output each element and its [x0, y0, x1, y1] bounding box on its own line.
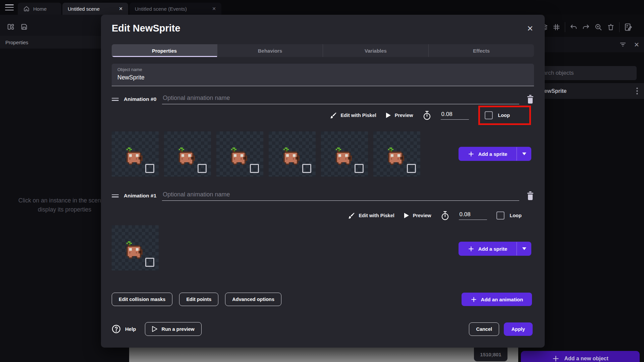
- sprite-frame-thumbnail[interactable]: [112, 225, 159, 270]
- close-tab-icon[interactable]: ✕: [212, 6, 216, 11]
- play-icon: [404, 213, 409, 219]
- animation-name-input[interactable]: [162, 191, 519, 201]
- main-menu-icon[interactable]: [5, 4, 14, 10]
- sprite-frame-thumbnail[interactable]: [373, 131, 420, 177]
- frame-select-checkbox[interactable]: [407, 164, 416, 173]
- sprite-frame-thumbnail[interactable]: [112, 131, 159, 177]
- sprite-frame-thumbnail[interactable]: [321, 131, 368, 177]
- edit-points-button[interactable]: Edit points: [179, 293, 218, 306]
- edit-collision-masks-button[interactable]: Edit collision masks: [112, 293, 172, 306]
- tab-home-label: Home: [33, 6, 47, 12]
- loop-control: Loop: [496, 212, 522, 220]
- animation-name-input[interactable]: [162, 95, 519, 104]
- time-between-frames-input[interactable]: [459, 211, 487, 220]
- add-new-object-button[interactable]: Add a new object: [521, 351, 640, 362]
- dialog-footer: Help Run a preview Cancel Apply: [112, 322, 533, 336]
- add-sprite-dropdown-button[interactable]: [517, 242, 531, 256]
- chevron-down-icon: [522, 153, 526, 155]
- animation-0-controls: Edit with Piskel Preview Loop: [330, 106, 531, 125]
- tab-events-label: Untitled scene (Events): [135, 6, 187, 12]
- tab-effects[interactable]: Effects: [429, 44, 534, 57]
- plus-icon: [468, 151, 474, 157]
- pig-sprite-art: [177, 147, 195, 165]
- delete-animation-icon[interactable]: [527, 191, 534, 200]
- close-panel-icon[interactable]: ✕: [634, 41, 639, 49]
- trash-icon[interactable]: [607, 23, 615, 31]
- animation-0-frames: [112, 131, 420, 177]
- filter-icon[interactable]: [619, 41, 627, 48]
- pig-sprite-art: [334, 147, 352, 165]
- scene-canvas[interactable]: [129, 348, 518, 362]
- top-bar: Home Untitled scene ✕ Untitled scene (Ev…: [0, 0, 644, 15]
- edit-with-piskel-button[interactable]: Edit with Piskel: [348, 212, 394, 219]
- chevron-down-icon: [522, 247, 526, 250]
- frame-select-checkbox[interactable]: [198, 164, 207, 173]
- preview-button[interactable]: Preview: [404, 213, 431, 219]
- pig-sprite-art: [387, 147, 404, 165]
- frame-select-checkbox[interactable]: [145, 164, 154, 173]
- loop-checkbox[interactable]: [485, 111, 493, 119]
- help-button[interactable]: Help: [112, 324, 136, 334]
- animation-1-frames: [112, 225, 159, 270]
- animation-title: Animation #0: [124, 96, 156, 102]
- frame-select-checkbox[interactable]: [302, 164, 311, 173]
- dialog-secondary-actions: Edit collision masks Edit points Advance…: [112, 293, 281, 306]
- add-sprite-dropdown-button[interactable]: [517, 147, 531, 161]
- sprite-frame-thumbnail[interactable]: [269, 131, 316, 177]
- close-dialog-icon[interactable]: ✕: [527, 24, 533, 33]
- add-a-sprite-button[interactable]: Add a sprite: [459, 242, 531, 256]
- tab-untitled-scene-events[interactable]: Untitled scene (Events) ✕: [129, 3, 221, 15]
- add-an-animation-button[interactable]: Add an animation: [462, 293, 532, 306]
- time-between-frames-input[interactable]: [441, 111, 469, 120]
- plus-icon: [471, 296, 477, 303]
- stopwatch-icon: [441, 211, 449, 220]
- object-name-field-label: Object name: [117, 67, 528, 72]
- preview-button[interactable]: Preview: [386, 112, 413, 118]
- open-events-sheet-icon[interactable]: [624, 23, 633, 32]
- drag-handle-icon[interactable]: [112, 98, 119, 101]
- dialog-tab-bar: Properties Behaviors Variables Effects: [112, 44, 534, 57]
- frame-select-checkbox[interactable]: [355, 164, 364, 173]
- apply-button[interactable]: Apply: [504, 322, 533, 336]
- frame-select-checkbox[interactable]: [145, 258, 154, 267]
- pig-sprite-art: [125, 241, 143, 259]
- object-name-field: Object name: [112, 64, 534, 86]
- cancel-button[interactable]: Cancel: [469, 322, 499, 336]
- sprite-frame-thumbnail[interactable]: [216, 131, 263, 177]
- edit-with-piskel-button[interactable]: Edit with Piskel: [330, 112, 376, 119]
- advanced-options-button[interactable]: Advanced options: [225, 293, 281, 306]
- drag-handle-icon[interactable]: [112, 194, 119, 197]
- animation-1-header: Animation #1: [112, 190, 534, 202]
- tab-untitled-scene[interactable]: Untitled scene ✕: [62, 3, 128, 15]
- loop-checkbox[interactable]: [496, 212, 504, 220]
- tab-behaviors[interactable]: Behaviors: [217, 44, 323, 57]
- edit-object-dialog: Edit NewSprite ✕ Properties Behaviors Va…: [101, 15, 545, 348]
- scene-toolbar: [540, 21, 633, 33]
- tab-scene-label: Untitled scene: [68, 6, 100, 12]
- toggle-panels-icon[interactable]: [7, 23, 14, 31]
- tab-home[interactable]: Home: [18, 3, 61, 15]
- pig-sprite-art: [125, 147, 143, 165]
- object-name-input[interactable]: [117, 74, 528, 81]
- properties-panel-title: Properties: [5, 40, 28, 45]
- undo-icon[interactable]: [570, 23, 578, 31]
- dialog-title: Edit NewSprite: [112, 23, 180, 34]
- loop-label: Loop: [510, 213, 522, 218]
- search-objects-input[interactable]: [530, 66, 637, 80]
- zoom-in-icon[interactable]: [594, 23, 602, 31]
- pig-sprite-art: [282, 147, 300, 165]
- plus-icon: [468, 246, 474, 252]
- grid-icon[interactable]: [552, 23, 560, 31]
- run-a-preview-button[interactable]: Run a preview: [145, 322, 202, 336]
- object-menu-icon[interactable]: [636, 87, 638, 95]
- tab-properties[interactable]: Properties: [112, 44, 217, 57]
- tab-variables[interactable]: Variables: [323, 44, 429, 57]
- redo-icon[interactable]: [582, 23, 590, 31]
- add-a-sprite-button[interactable]: Add a sprite: [459, 147, 531, 161]
- sprite-frame-thumbnail[interactable]: [164, 131, 211, 177]
- close-tab-icon[interactable]: ✕: [119, 6, 123, 11]
- brush-icon: [348, 212, 355, 219]
- delete-animation-icon[interactable]: [527, 95, 534, 104]
- frame-select-checkbox[interactable]: [250, 164, 259, 173]
- save-icon[interactable]: [20, 23, 28, 31]
